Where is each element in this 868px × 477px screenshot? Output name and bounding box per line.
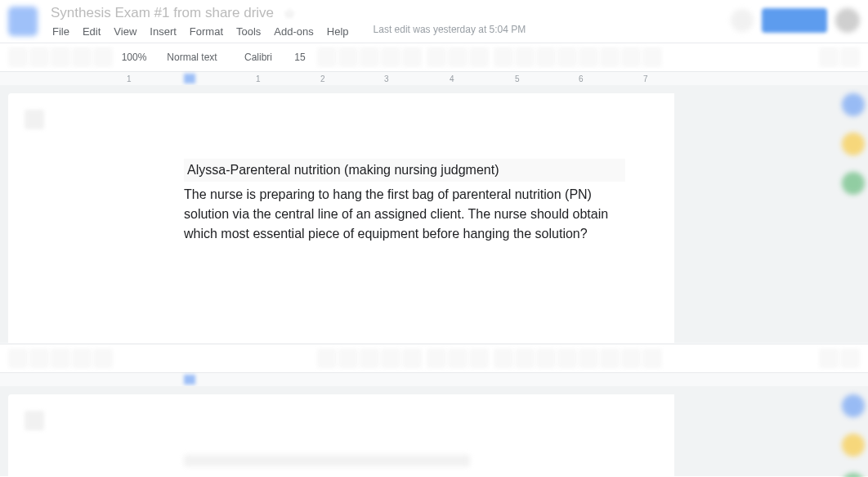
document-outline-panel	[8, 93, 135, 343]
line-spacing-icon[interactable]	[515, 47, 535, 67]
undo-icon[interactable]	[8, 47, 28, 67]
bold-icon[interactable]	[317, 47, 337, 67]
increase-indent-icon[interactable]	[621, 349, 641, 368]
spellcheck-icon[interactable]	[72, 349, 92, 368]
insert-image-icon[interactable]	[469, 349, 489, 368]
keep-side-icon[interactable]	[842, 133, 865, 155]
text-color-icon[interactable]	[381, 47, 400, 67]
document-area	[0, 386, 868, 476]
ruler-mark: 1	[127, 74, 132, 83]
print-icon[interactable]	[51, 47, 70, 67]
ruler-mark: 6	[579, 74, 584, 83]
account-avatar[interactable]	[835, 8, 860, 33]
menu-insert[interactable]: Insert	[145, 24, 181, 39]
menu-addons[interactable]: Add-ons	[269, 24, 318, 39]
font-size-input[interactable]: 15	[288, 52, 312, 63]
formatting-toolbar: 100% Normal text Calibri 15	[0, 43, 868, 72]
add-comment-icon[interactable]	[448, 349, 468, 368]
document-page[interactable]	[135, 394, 674, 476]
ruler-mark: 4	[450, 74, 454, 83]
text-color-icon[interactable]	[381, 349, 400, 368]
menu-view[interactable]: View	[109, 24, 141, 39]
document-page[interactable]: Alyssa-Parenteral nutrition (making nurs…	[135, 93, 674, 343]
last-edit-text[interactable]: Last edit was yesterday at 5:04 PM	[374, 24, 526, 39]
horizontal-ruler[interactable]: 1 1 2 3 4 5 6 7	[0, 72, 868, 85]
side-panel	[835, 85, 868, 195]
star-icon[interactable]: ☆	[284, 6, 298, 20]
align-icon[interactable]	[494, 349, 513, 368]
underline-icon[interactable]	[360, 349, 379, 368]
document-body-text[interactable]: The nurse is preparing to hang the first…	[184, 185, 625, 244]
add-comment-icon[interactable]	[448, 47, 468, 67]
ruler-mark: 5	[515, 74, 520, 83]
horizontal-ruler[interactable]	[0, 373, 868, 386]
increase-indent-icon[interactable]	[621, 47, 641, 67]
ruler-mark: 3	[384, 74, 389, 83]
redo-icon[interactable]	[29, 47, 49, 67]
paint-format-icon[interactable]	[93, 349, 113, 368]
right-indent-marker-icon[interactable]	[652, 74, 664, 83]
side-panel	[835, 386, 868, 477]
highlight-icon[interactable]	[402, 349, 422, 368]
comment-history-icon[interactable]	[731, 9, 754, 32]
editing-mode-icon[interactable]	[819, 349, 839, 368]
italic-icon[interactable]	[338, 349, 358, 368]
link-icon[interactable]	[427, 47, 446, 67]
ruler-mark: 2	[320, 74, 325, 83]
checklist-icon[interactable]	[536, 47, 556, 67]
blurred-heading-placeholder	[184, 455, 470, 466]
line-spacing-icon[interactable]	[515, 349, 535, 368]
align-icon[interactable]	[494, 47, 513, 67]
right-indent-marker-icon[interactable]	[652, 375, 664, 385]
menu-file[interactable]: File	[47, 24, 74, 39]
outline-toggle-icon[interactable]	[25, 110, 44, 129]
app-header: Synthesis Exam #1 from share drive ☆ Fil…	[0, 0, 868, 43]
header-right	[731, 8, 860, 33]
numbered-list-icon[interactable]	[579, 349, 598, 368]
left-indent-marker-icon[interactable]	[184, 375, 195, 385]
font-family-select[interactable]: Calibri	[234, 52, 283, 63]
document-title[interactable]: Synthesis Exam #1 from share drive	[47, 4, 277, 22]
spellcheck-icon[interactable]	[72, 47, 92, 67]
clear-formatting-icon[interactable]	[642, 349, 662, 368]
outline-toggle-icon[interactable]	[25, 411, 44, 430]
italic-icon[interactable]	[338, 47, 358, 67]
checklist-icon[interactable]	[536, 349, 556, 368]
menu-help[interactable]: Help	[322, 24, 354, 39]
print-icon[interactable]	[51, 349, 70, 368]
link-icon[interactable]	[427, 349, 446, 368]
keep-side-icon[interactable]	[842, 434, 865, 457]
insert-image-icon[interactable]	[469, 47, 489, 67]
highlight-icon[interactable]	[402, 47, 422, 67]
decrease-indent-icon[interactable]	[600, 349, 620, 368]
editing-mode-icon[interactable]	[819, 47, 839, 67]
docs-logo-icon[interactable]	[8, 7, 38, 36]
zoom-select[interactable]: 100%	[118, 52, 150, 63]
expand-icon[interactable]	[840, 349, 860, 368]
ruler-mark: 7	[643, 74, 648, 83]
expand-icon[interactable]	[840, 47, 860, 67]
document-heading[interactable]: Alyssa-Parenteral nutrition (making nurs…	[184, 159, 625, 182]
menu-tools[interactable]: Tools	[231, 24, 266, 39]
bold-icon[interactable]	[317, 349, 337, 368]
bulleted-list-icon[interactable]	[557, 47, 577, 67]
redo-icon[interactable]	[29, 349, 49, 368]
calendar-side-icon[interactable]	[842, 93, 865, 116]
text-style-select[interactable]: Normal text	[155, 52, 229, 63]
numbered-list-icon[interactable]	[579, 47, 598, 67]
tasks-side-icon[interactable]	[842, 473, 865, 477]
document-area: Alyssa-Parenteral nutrition (making nurs…	[0, 85, 868, 343]
calendar-side-icon[interactable]	[842, 394, 865, 417]
menu-edit[interactable]: Edit	[78, 24, 105, 39]
undo-icon[interactable]	[8, 349, 28, 368]
menu-format[interactable]: Format	[185, 24, 228, 39]
bulleted-list-icon[interactable]	[557, 349, 577, 368]
underline-icon[interactable]	[360, 47, 379, 67]
tasks-side-icon[interactable]	[842, 172, 865, 195]
clear-formatting-icon[interactable]	[642, 47, 662, 67]
share-button[interactable]	[762, 8, 827, 33]
left-indent-marker-icon[interactable]	[184, 74, 195, 83]
paint-format-icon[interactable]	[93, 47, 113, 67]
ruler-mark: 1	[256, 74, 261, 83]
decrease-indent-icon[interactable]	[600, 47, 620, 67]
